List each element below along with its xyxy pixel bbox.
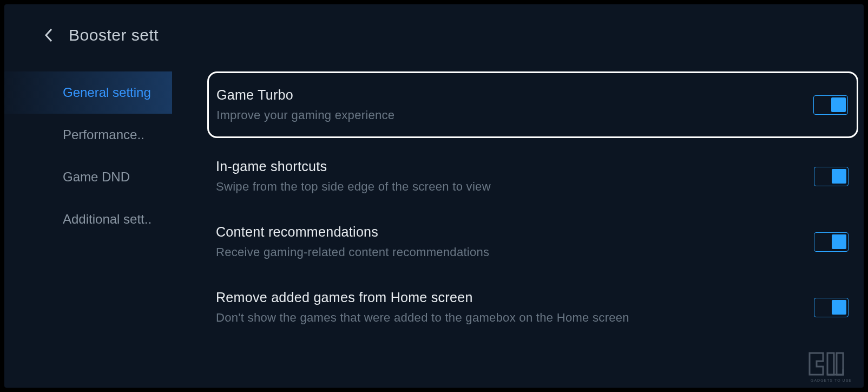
toggle-game-turbo[interactable] (813, 95, 848, 115)
setting-content-recommendations[interactable]: Content recommendations Receive gaming-r… (207, 209, 858, 275)
toggle-content-recommendations[interactable] (814, 232, 849, 252)
toggle-remove-games-home[interactable] (814, 298, 849, 317)
setting-description: Receive gaming-related content recommend… (216, 245, 803, 259)
sidebar-item-additional[interactable]: Additional sett.. (4, 198, 172, 240)
setting-in-game-shortcuts[interactable]: In-game shortcuts Swipe from the top sid… (207, 143, 858, 209)
setting-description: Swipe from the top side edge of the scre… (216, 180, 803, 194)
setting-title: Game Turbo (216, 87, 803, 103)
sidebar-item-general[interactable]: General setting (4, 71, 172, 114)
sidebar-item-performance[interactable]: Performance.. (4, 114, 172, 156)
watermark-logo-icon (807, 350, 856, 377)
watermark: GADGETS TO USE (807, 350, 856, 382)
toggle-in-game-shortcuts[interactable] (814, 167, 849, 186)
setting-title: Remove added games from Home screen (216, 290, 803, 305)
page-title: Booster sett (69, 26, 159, 44)
setting-description: Improve your gaming experience (216, 108, 803, 122)
setting-remove-games-home[interactable]: Remove added games from Home screen Don'… (207, 275, 858, 340)
back-icon[interactable] (42, 29, 55, 42)
sidebar-item-game-dnd[interactable]: Game DND (4, 156, 172, 198)
setting-title: In-game shortcuts (216, 159, 803, 174)
sidebar: General setting Performance.. Game DND A… (4, 71, 172, 340)
setting-description: Don't show the games that were added to … (216, 311, 803, 325)
watermark-text: GADGETS TO USE (811, 378, 852, 382)
setting-game-turbo[interactable]: Game Turbo Improve your gaming experienc… (207, 71, 858, 138)
setting-title: Content recommendations (216, 224, 803, 240)
header: Booster sett (4, 4, 864, 55)
settings-panel: Game Turbo Improve your gaming experienc… (172, 71, 864, 340)
